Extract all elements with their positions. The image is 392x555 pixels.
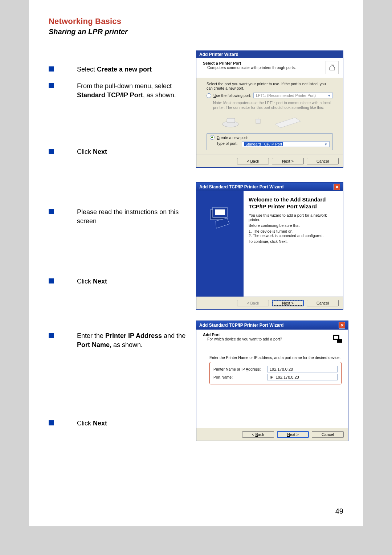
back-button: < Back [237,300,269,306]
type-of-port-value: Standard TCP/IP Port [244,142,283,146]
next-button[interactable]: Next > [272,158,304,164]
next-button[interactable]: Next > [277,431,309,438]
step-2: From the pull-down menu, select Standard… [77,82,194,99]
wizard1-subheading: Computers communicate with printers thro… [207,65,326,70]
svg-rect-9 [337,339,342,343]
bullet-icon [49,333,54,338]
close-icon[interactable]: ✕ [334,184,340,190]
chevron-down-icon: ▾ [328,93,330,98]
wizard2-heading: Welcome to the Add Standard TCP/IP Print… [249,196,338,210]
bullet-icon [49,420,54,425]
wizard2-l2: 2. The network is connected and configur… [249,233,338,238]
step-6: Enter the Printer IP Address and the Por… [77,331,194,349]
step-4: Please read the instructions on this scr… [77,208,194,225]
wizard-welcome: Add Standard TCP/IP Printer Port Wizard … [196,182,343,310]
wizard3-heading: Add Port [203,332,282,337]
wizard1-title: Add Printer Wizard [196,51,343,58]
port-name-label: Port Name: [213,375,267,379]
svg-rect-8 [334,336,338,339]
wizard3-intro: Enter the Printer Name or IP address, an… [209,355,342,360]
wizard1-intro: Select the port you want your printer to… [207,82,333,90]
wizard-add-port: Add Standard TCP/IP Printer Port Wizard … [196,321,348,441]
step-7: Click Next [77,419,107,428]
step-3: Click Next [77,147,107,156]
bullet-icon [49,209,54,214]
back-button[interactable]: < Back [237,158,269,164]
wizard2-p2: Before continuing be sure that: [249,223,338,228]
radio-create-new-port[interactable] [210,135,215,140]
port-illustration [221,111,333,131]
wizard2-continue: To continue, click Next. [249,239,338,244]
wizard1-heading: Select a Printer Port [203,61,326,65]
svg-rect-6 [215,209,225,215]
radio-use-label: Use the following port: [213,93,251,98]
wizard2-p1: You use this wizard to add a port for a … [249,213,338,222]
bullet-icon [49,149,54,154]
use-port-value: LPT1: (Recommended Printer Port) [256,93,316,98]
wizard2-l1: 1. The device is turned on. [249,229,338,233]
step-5: Click Next [77,277,107,286]
radio-use-following-port[interactable] [207,93,211,98]
svg-rect-1 [227,118,235,123]
close-icon[interactable]: ✕ [339,322,345,328]
type-of-port-dropdown[interactable]: Standard TCP/IP Port ▾ [242,141,330,147]
use-port-dropdown[interactable]: LPT1: (Recommended Printer Port) ▾ [253,93,333,98]
next-button[interactable]: Next > [272,300,304,306]
printer-network-icon [331,332,344,346]
chevron-down-icon: ▾ [325,142,327,146]
step-1: Select Create a new port [77,65,152,74]
type-of-port-label: Type of port: [216,141,242,146]
wizard2-title: Add Standard TCP/IP Printer Port Wizard [199,184,283,189]
doc-subtitle: Sharing an LPR printer [49,28,343,36]
printer-address-label: Printer Name or IP Address: [213,367,267,371]
printer-icon [326,61,339,74]
back-button[interactable]: < Back [242,431,274,438]
page-number: 49 [335,507,343,515]
bullet-icon [49,83,54,88]
wizard1-note: Note: Most computers use the LPT1: port … [213,101,333,110]
wizard3-title: Add Standard TCP/IP Printer Port Wizard [199,323,283,328]
wizard-add-printer: Add Printer Wizard Select a Printer Port… [196,50,343,168]
bullet-icon [49,66,54,72]
svg-rect-2 [256,119,260,123]
cancel-button[interactable]: Cancel [312,431,344,438]
bullet-icon [49,278,54,283]
cancel-button[interactable]: Cancel [307,158,339,164]
radio-create-label: Create a new port: [217,135,248,140]
cancel-button[interactable]: Cancel [307,300,339,306]
port-name-input[interactable]: IP_192.170.0.20 [267,374,338,380]
printer-address-input[interactable]: 192.170.0.20 [267,366,338,372]
doc-title: Networking Basics [49,17,343,26]
wizard3-subheading: For which device do you want to add a po… [207,337,282,341]
wizard2-sidebar-graphic [196,191,244,297]
